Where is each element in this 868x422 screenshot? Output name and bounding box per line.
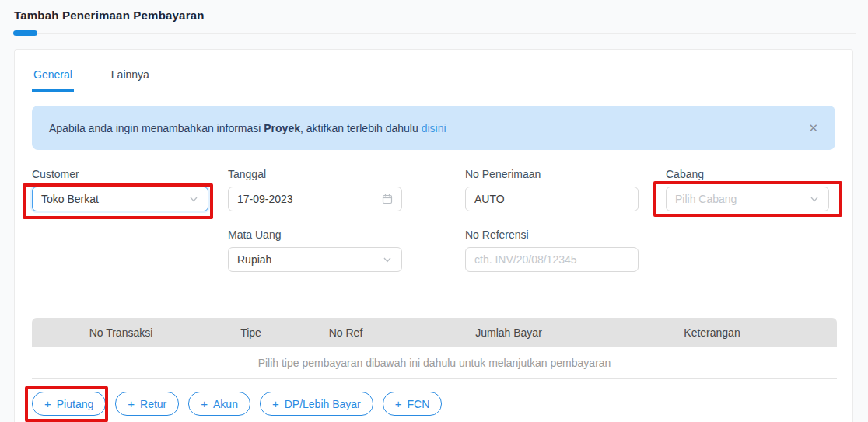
info-banner: Apabila anda ingin menambahkan informasi…: [32, 106, 835, 150]
table-empty-message: Pilih tipe pembayaran dibawah ini dahulu…: [32, 347, 837, 379]
col-jumlah-bayar: Jumlah Bayar: [400, 326, 618, 339]
cabang-select-placeholder: Pilih Cabang: [675, 193, 737, 205]
tanggal-datepicker[interactable]: 17-09-2023: [228, 187, 402, 211]
chevron-down-icon: [382, 254, 393, 265]
close-icon[interactable]: ✕: [808, 122, 818, 134]
progress-track: [13, 33, 856, 34]
progress-indicator: [13, 30, 37, 36]
plus-icon: +: [44, 398, 51, 410]
form-card: General Lainnya Apabila anda ingin menam…: [14, 49, 853, 422]
mata-uang-select[interactable]: Rupiah: [228, 247, 402, 272]
calendar-icon: [382, 194, 393, 204]
col-tipe: Tipe: [210, 326, 292, 339]
customer-label: Customer: [32, 168, 208, 180]
tab-lainnya[interactable]: Lainnya: [110, 61, 151, 92]
page-title: Tambah Penerimaan Pembayaran: [0, 0, 868, 22]
banner-text: Apabila anda ingin menambahkan informasi…: [49, 122, 446, 134]
customer-select[interactable]: Toko Berkat: [32, 187, 208, 211]
tanggal-value: 17-09-2023: [237, 193, 293, 205]
plus-icon: +: [272, 398, 279, 410]
cabang-select[interactable]: Pilih Cabang: [666, 187, 829, 211]
plus-icon: +: [128, 398, 135, 410]
add-retur-button[interactable]: + Retur: [115, 392, 179, 416]
mata-uang-label: Mata Uang: [228, 228, 402, 241]
col-keterangan: Keterangan: [618, 326, 807, 339]
chevron-down-icon: [809, 194, 820, 204]
plus-icon: +: [201, 398, 208, 410]
no-referensi-input[interactable]: [465, 247, 639, 272]
no-referensi-label: No Referensi: [465, 228, 639, 241]
payment-table: No Transaksi Tipe No Ref Jumlah Bayar Ke…: [32, 318, 837, 379]
banner-link[interactable]: disini: [422, 122, 446, 134]
customer-select-value: Toko Berkat: [41, 193, 99, 205]
no-penerimaan-label: No Penerimaan: [465, 168, 639, 180]
form-fields: Customer Toko Berkat Tanggal 17-09-2023 …: [32, 168, 835, 272]
add-fcn-button[interactable]: + FCN: [383, 392, 443, 416]
add-akun-button[interactable]: + Akun: [188, 392, 250, 416]
mata-uang-value: Rupiah: [237, 253, 271, 266]
progress-bar: [13, 30, 856, 37]
col-no-ref: No Ref: [292, 326, 400, 339]
add-piutang-button[interactable]: + Piutang: [32, 392, 106, 416]
payment-table-header: No Transaksi Tipe No Ref Jumlah Bayar Ke…: [32, 318, 837, 347]
add-dp-lebih-bayar-button[interactable]: + DP/Lebih Bayar: [260, 392, 373, 416]
cabang-label: Cabang: [666, 168, 829, 180]
banner-bold-word: Proyek: [264, 122, 300, 134]
col-no-transaksi: No Transaksi: [32, 326, 210, 339]
tanggal-label: Tanggal: [228, 168, 402, 180]
chevron-down-icon: [188, 194, 199, 204]
plus-icon: +: [395, 398, 402, 410]
tab-bar: General Lainnya: [32, 50, 835, 92]
payment-type-buttons: + Piutang + Retur + Akun + DP/Lebih Baya…: [32, 392, 835, 416]
tab-general[interactable]: General: [32, 61, 74, 92]
no-penerimaan-input[interactable]: [465, 187, 639, 211]
